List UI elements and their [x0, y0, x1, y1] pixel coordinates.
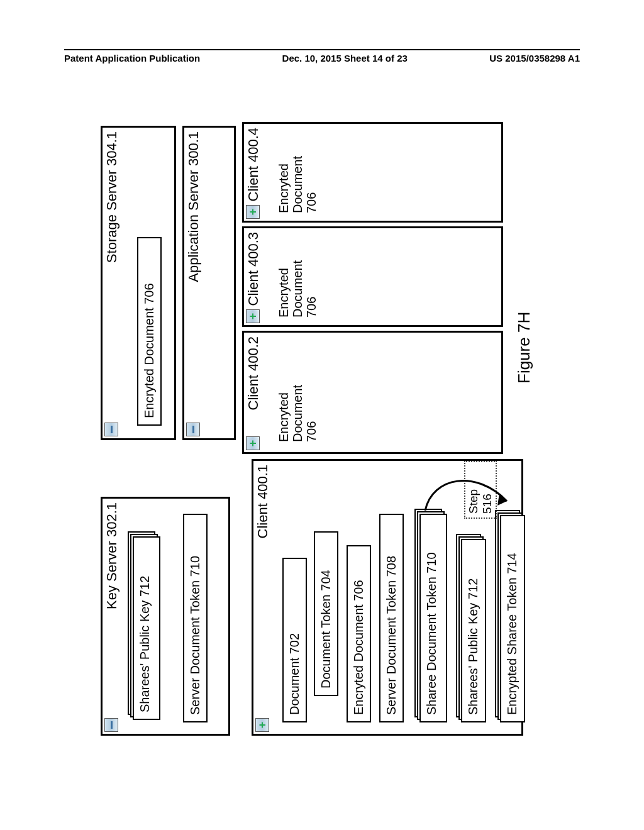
- figure-7h: Key Server 302.1 Sharees' Public Key 712…: [101, 119, 541, 736]
- server-document-token: Server Document Token 710: [183, 514, 208, 722]
- client-2-l3: 706: [304, 385, 318, 442]
- storage-server-box: Storage Server 304.1 Encryted Document 7…: [101, 126, 176, 440]
- header-center: Dec. 10, 2015 Sheet 14 of 23: [282, 53, 408, 64]
- server-document-token-708: Server Document Token 708: [379, 514, 404, 722]
- encrypted-document-706: Encryted Document 706: [347, 545, 371, 722]
- client-3-box: Client 400.3 Encryted Document 706: [242, 226, 503, 327]
- plus-icon: [246, 309, 260, 323]
- client-2-l1: Encryted: [277, 385, 291, 442]
- encrypted-sharee-token-714: Encrypted Sharee Token 714: [500, 515, 525, 722]
- page-header: Patent Application Publication Dec. 10, …: [64, 49, 580, 64]
- client-1-title: Client 400.1: [255, 465, 271, 538]
- client-2-title: Client 400.2: [245, 336, 262, 410]
- key-server-title: Key Server 302.1: [104, 502, 120, 609]
- client-2-box: Client 400.2 Encryted Document 706: [242, 331, 503, 454]
- client-4-title: Client 400.4: [245, 128, 262, 201]
- header-right: US 2015/0358298 A1: [489, 53, 580, 64]
- sharees-public-key-stack: Sharees' Public Key 712: [133, 531, 165, 720]
- sharees-public-key-712-client: Sharees' Public Key 712: [461, 539, 486, 722]
- plus-icon: [246, 205, 260, 219]
- document-token-704: Document Token 704: [314, 531, 338, 696]
- sharee-document-token-710: Sharee Document Token 710: [419, 514, 447, 722]
- plus-icon: [255, 718, 269, 732]
- plus-icon: [246, 436, 260, 450]
- step-arrow: [414, 463, 511, 520]
- client-4-box: Client 400.4 Encryted Document 706: [242, 122, 503, 223]
- client-4-encrypted-doc: Encryted Document 706: [277, 156, 318, 213]
- window-icon: [104, 718, 118, 732]
- figure-page: Key Server 302.1 Sharees' Public Key 712…: [82, 101, 560, 755]
- client-4-l3: 706: [304, 156, 318, 213]
- client-3-l1: Encryted: [277, 260, 291, 318]
- client-2-l2: Document: [291, 385, 304, 442]
- application-server-title: Application Server 300.1: [186, 131, 202, 282]
- key-server-box: Key Server 302.1 Sharees' Public Key 712…: [101, 497, 230, 736]
- window-icon: [186, 423, 200, 436]
- client-3-title: Client 400.3: [245, 232, 262, 306]
- encrypted-document-storage: Encryted Document 706: [137, 237, 162, 426]
- client-1-box: Client 400.1 Document 702 Document Token…: [252, 459, 523, 736]
- client-4-l1: Encryted: [277, 156, 291, 213]
- storage-server-title: Storage Server 304.1: [104, 131, 120, 263]
- client-2-encrypted-doc: Encryted Document 706: [277, 385, 318, 442]
- client-4-l2: Document: [291, 156, 304, 213]
- document-702: Document 702: [282, 558, 307, 722]
- figure-caption: Figure 7H: [514, 312, 534, 384]
- sharees-public-key: Sharees' Public Key 712: [133, 536, 160, 720]
- header-left: Patent Application Publication: [64, 53, 200, 64]
- client-3-encrypted-doc: Encryted Document 706: [277, 260, 318, 318]
- client-3-l3: 706: [304, 260, 318, 318]
- window-icon: [104, 423, 118, 436]
- application-server-box: Application Server 300.1: [182, 126, 236, 440]
- client-3-l2: Document: [291, 260, 304, 318]
